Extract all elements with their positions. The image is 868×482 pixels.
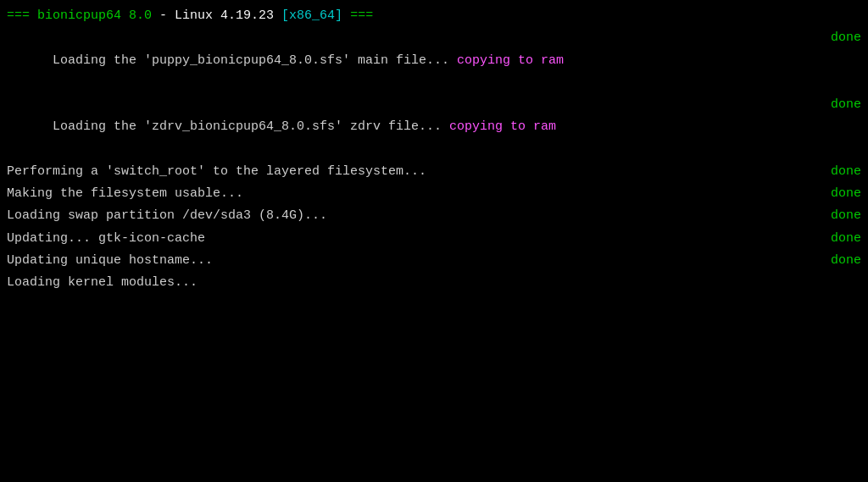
title-name: bionicpup64 8.0 [37, 5, 152, 27]
boot-line-4-text: Making the filesystem usable... [7, 183, 243, 205]
boot-line-8: Loading kernel modules... [7, 272, 861, 294]
boot-line-4: Making the filesystem usable... done [7, 183, 861, 205]
boot-line-2-text: Loading the 'zdrv_bionicpup64_8.0.sfs' z… [7, 94, 556, 161]
title-separator: - Linux 4.19.23 [152, 5, 281, 27]
boot-line-6-text: Updating... gtk-icon-cache [7, 228, 205, 250]
boot-line-6-done: done [831, 228, 861, 250]
boot-line-7: Updating unique hostname... done [7, 250, 861, 272]
boot-line-3-done: done [831, 161, 861, 183]
title-prefix: === [7, 5, 37, 27]
boot-line-1: Loading the 'puppy_bionicpup64_8.0.sfs' … [7, 27, 861, 94]
boot-line-7-done: done [831, 250, 861, 272]
title-line: === bionicpup64 8.0 - Linux 4.19.23 [x86… [7, 5, 861, 27]
boot-line-2: Loading the 'zdrv_bionicpup64_8.0.sfs' z… [7, 94, 861, 161]
title-arch-open: [ [281, 5, 289, 27]
boot-line-1-text: Loading the 'puppy_bionicpup64_8.0.sfs' … [7, 27, 564, 94]
boot-line-5-text: Loading swap partition /dev/sda3 (8.4G).… [7, 205, 327, 227]
boot-line-5: Loading swap partition /dev/sda3 (8.4G).… [7, 205, 861, 227]
boot-line-4-done: done [831, 183, 861, 205]
boot-line-3: Performing a 'switch_root' to the layere… [7, 161, 861, 183]
title-arch-close: ] [335, 5, 342, 27]
boot-line-2-done: done [831, 94, 861, 161]
boot-line-1-done: done [831, 27, 861, 94]
title-arch: x86_64 [289, 5, 335, 27]
boot-line-6: Updating... gtk-icon-cache done [7, 228, 861, 250]
terminal-window: === bionicpup64 8.0 - Linux 4.19.23 [x86… [0, 0, 868, 482]
title-suffix: === [342, 5, 373, 27]
boot-line-5-done: done [831, 205, 861, 227]
boot-line-8-text: Loading kernel modules... [7, 272, 198, 294]
boot-line-3-text: Performing a 'switch_root' to the layere… [7, 161, 426, 183]
boot-line-7-text: Updating unique hostname... [7, 250, 213, 272]
